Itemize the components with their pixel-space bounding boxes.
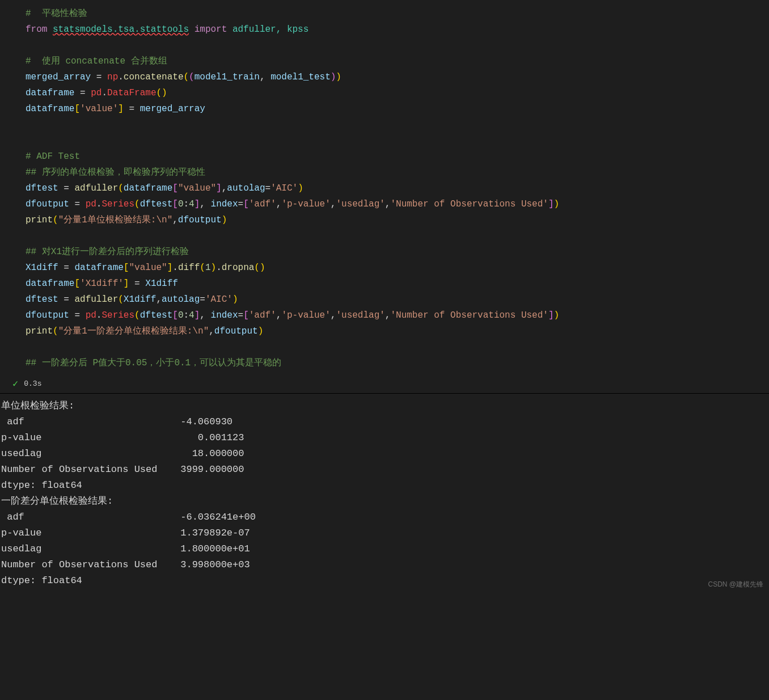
code-line: X1diff = dataframe["value"].diff(1).drop… — [26, 260, 769, 276]
code-line: ## 一阶差分后 P值大于0.05，小于0.1，可以认为其是平稳的 — [26, 355, 769, 371]
output-row: p-value 1.379892e-07 — [1, 525, 769, 541]
output-row: Number of Observations Used 3999.000000 — [1, 462, 769, 478]
kw-import: import — [195, 24, 227, 35]
kw-from: from — [26, 24, 47, 35]
output-row: Number of Observations Used 3.998000e+03 — [1, 557, 769, 573]
code-line: dataframe = pd.DataFrame() — [26, 85, 769, 101]
blank-line — [26, 339, 769, 355]
code-line: dfoutput = pd.Series(dftest[0:4], index=… — [26, 307, 769, 323]
module-name: statsmodels.tsa.stattools — [53, 24, 189, 35]
code-line: print("分量1单位根检验结果:\n",dfoutput) — [26, 212, 769, 228]
success-check-icon: ✓ — [12, 378, 18, 390]
comment: # 使用 concatenate 合并数组 — [26, 56, 167, 66]
code-line: # ADF Test — [26, 149, 769, 165]
code-line: merged_array = np.concatenate((model1_tr… — [26, 69, 769, 85]
code-cell[interactable]: # 平稳性检验 from statsmodels.tsa.stattools i… — [0, 0, 769, 376]
code-line: dataframe['value'] = merged_array — [26, 101, 769, 117]
code-line: dftest = adfuller(X1diff,autolag='AIC') — [26, 292, 769, 307]
code-line: print("分量1一阶差分单位根检验结果:\n",dfoutput) — [26, 323, 769, 339]
blank-line — [26, 117, 769, 133]
output-dtype: dtype: float64 — [1, 573, 769, 589]
imported-names: adfuller, kpss — [233, 24, 309, 35]
output-heading: 单位根检验结果: — [1, 398, 769, 414]
code-line: dftest = adfuller(dataframe["value"],aut… — [26, 180, 769, 196]
cell-status-bar: ✓ 0.3s — [0, 376, 769, 394]
output-row: adf -4.060930 — [1, 414, 769, 430]
output-cell: 单位根检验结果: adf -4.060930 p-value 0.001123 … — [0, 394, 769, 593]
output-row: p-value 0.001123 — [1, 430, 769, 446]
blank-line — [26, 228, 769, 244]
blank-line — [26, 133, 769, 149]
code-line: # 使用 concatenate 合并数组 — [26, 53, 769, 69]
code-line: dfoutput = pd.Series(dftest[0:4], index=… — [26, 196, 769, 212]
code-line: from statsmodels.tsa.stattools import ad… — [26, 22, 769, 37]
code-line: ## 序列的单位根检验，即检验序列的平稳性 — [26, 165, 769, 180]
output-dtype: dtype: float64 — [1, 478, 769, 494]
execution-time: 0.3s — [24, 379, 41, 388]
output-row: usedlag 18.000000 — [1, 446, 769, 462]
comment: # 平稳性检验 — [26, 9, 87, 19]
code-line: ## 对X1进行一阶差分后的序列进行检验 — [26, 244, 769, 260]
watermark-text: CSDN @建模先锋 — [708, 580, 763, 589]
blank-line — [26, 37, 769, 53]
output-row: adf -6.036241e+00 — [1, 509, 769, 525]
code-line: dataframe['X1diff'] = X1diff — [26, 276, 769, 292]
output-row: usedlag 1.800000e+01 — [1, 541, 769, 557]
code-line: # 平稳性检验 — [26, 6, 769, 22]
output-heading: 一阶差分单位根检验结果: — [1, 494, 769, 509]
